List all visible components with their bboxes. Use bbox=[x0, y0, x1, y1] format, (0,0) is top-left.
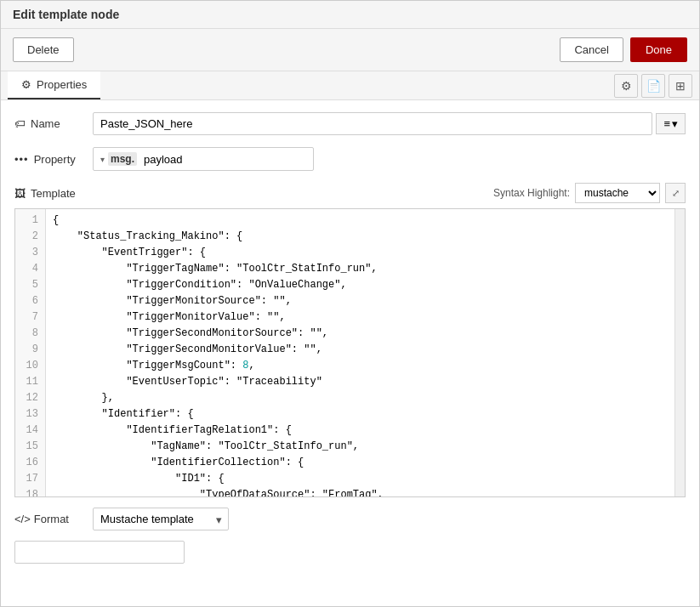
code-content[interactable]: { "Status_Tracking_Makino": { "EventTrig… bbox=[46, 209, 674, 496]
format-row: </> Format Mustache template bbox=[14, 508, 686, 530]
name-label: 🏷 Name bbox=[14, 117, 83, 130]
main-content: 🏷 Name ≡ ▾ ••• Property ▾ msg. payload 🖼… bbox=[1, 100, 699, 576]
settings-icon-btn[interactable]: ⚙ bbox=[614, 74, 638, 98]
property-label: ••• Property bbox=[14, 153, 83, 166]
format-select-wrap: Mustache template bbox=[93, 508, 229, 530]
output-row bbox=[14, 541, 686, 564]
scrollbar[interactable] bbox=[674, 209, 685, 496]
template-icon: 🖼 bbox=[14, 187, 26, 200]
format-icon: </> bbox=[14, 513, 31, 525]
menu-icon: ≡ bbox=[663, 117, 670, 130]
property-prefix: msg. bbox=[108, 152, 137, 166]
expand-button[interactable]: ⤢ bbox=[665, 183, 686, 203]
output-input[interactable] bbox=[14, 541, 185, 564]
layout-icon-btn[interactable]: ⊞ bbox=[669, 74, 692, 98]
name-input-wrap: ≡ ▾ bbox=[93, 112, 686, 135]
template-label: 🖼 Template bbox=[14, 187, 83, 200]
template-header: 🖼 Template Syntax Highlight: mustache ⤢ bbox=[14, 183, 686, 203]
title-bar: Edit template node bbox=[1, 1, 699, 29]
code-editor[interactable]: 1234567891011121314151617181920 { "Statu… bbox=[14, 208, 686, 497]
gear-icon: ⚙ bbox=[21, 78, 31, 91]
dots-icon: ••• bbox=[14, 153, 29, 166]
chevron-down-icon: ▾ bbox=[672, 117, 678, 130]
name-icon-button[interactable]: ≡ ▾ bbox=[656, 113, 686, 134]
tabs-bar: ⚙ Properties ⚙ 📄 ⊞ bbox=[1, 71, 699, 100]
action-bar: Delete Cancel Done bbox=[1, 29, 699, 71]
line-numbers: 1234567891011121314151617181920 bbox=[15, 209, 46, 496]
done-button[interactable]: Done bbox=[630, 37, 687, 62]
property-select[interactable]: ▾ msg. payload bbox=[93, 147, 314, 171]
format-label: </> Format bbox=[14, 513, 83, 525]
delete-button[interactable]: Delete bbox=[13, 37, 74, 62]
format-select[interactable]: Mustache template bbox=[93, 508, 229, 530]
property-arrow: ▾ bbox=[100, 155, 105, 164]
syntax-highlight-wrap: Syntax Highlight: mustache ⤢ bbox=[493, 183, 686, 203]
property-value: payload bbox=[144, 153, 183, 166]
tab-properties-label: Properties bbox=[37, 78, 87, 91]
syntax-highlight-label: Syntax Highlight: bbox=[493, 187, 570, 199]
tab-right-icons: ⚙ 📄 ⊞ bbox=[614, 74, 692, 98]
property-row: ••• Property ▾ msg. payload bbox=[14, 147, 686, 171]
syntax-select[interactable]: mustache bbox=[575, 183, 660, 203]
name-input[interactable] bbox=[93, 112, 652, 135]
name-row: 🏷 Name ≡ ▾ bbox=[14, 112, 686, 135]
cancel-button[interactable]: Cancel bbox=[560, 37, 623, 62]
doc-icon-btn[interactable]: 📄 bbox=[641, 74, 665, 98]
tag-icon: 🏷 bbox=[14, 117, 26, 130]
tab-properties[interactable]: ⚙ Properties bbox=[8, 71, 100, 99]
action-right: Cancel Done bbox=[560, 37, 687, 62]
page-title: Edit template node bbox=[13, 8, 119, 21]
